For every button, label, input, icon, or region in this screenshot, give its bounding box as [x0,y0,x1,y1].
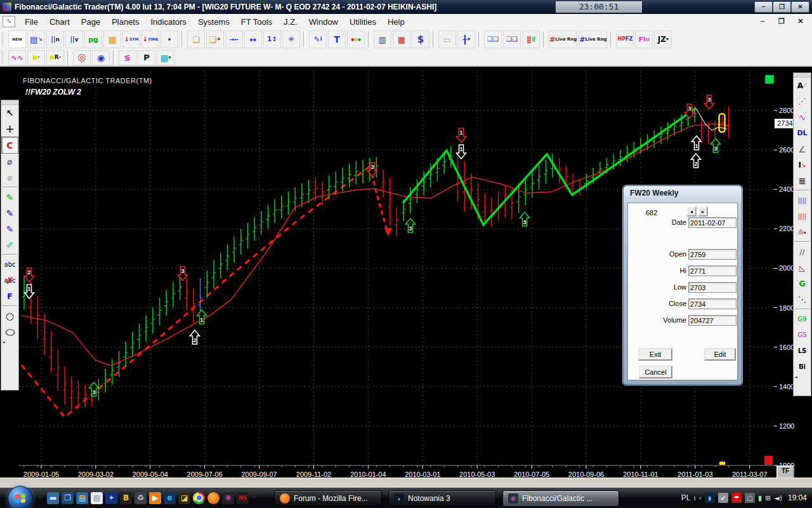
menu-item-help[interactable]: Help [382,16,410,28]
ie-icon[interactable]: e [164,492,176,504]
star-scale-button[interactable]: ✳ [282,30,300,48]
firefox-icon[interactable] [207,492,219,504]
ruler-button[interactable]: ▭ [438,30,456,48]
cancel-button[interactable]: Cancel [639,366,672,378]
chrome-icon[interactable] [193,492,205,504]
zoom-chart-tool[interactable]: ⌀ [2,154,18,170]
network-icon[interactable]: ⊞ [765,494,771,502]
trendline-tool[interactable]: ✎ [2,221,18,237]
menu-item-planets[interactable]: Planets [106,16,145,28]
tray-display-icon[interactable]: ▢ [745,493,755,503]
hlines-tool[interactable]: ≣ [794,173,810,189]
bars-mark-tool[interactable]: ılı▪ [794,224,810,240]
minimize-button[interactable]: – [754,1,773,13]
fan-lines-tool[interactable]: ⋰ [794,93,810,109]
palette-handle[interactable] [794,73,811,77]
date-field[interactable] [688,217,737,228]
taskbar-button-firefox[interactable]: Forum - Mozilla Fire... [274,490,382,507]
app-bird-icon[interactable]: ✦ [105,492,117,504]
recycle-icon[interactable]: ♻ [134,492,147,504]
menu-item-systems[interactable]: Systems [192,16,235,28]
app-b-icon[interactable]: B [120,492,132,504]
print-button[interactable]: ▥ [374,30,391,48]
intraday-n-button[interactable]: ||n [46,30,64,48]
intraday-v-button[interactable]: ||v [65,30,83,48]
add-window-button[interactable]: ❏+ [206,30,224,48]
cascade-windows-button[interactable]: ❏ [187,30,205,48]
vlines-blue-tool[interactable]: |||| [794,192,810,208]
menu-item-indicators[interactable]: Indicators [145,16,192,28]
live-range-red-button[interactable]: #Live Rng [549,30,577,48]
show-hidden-icons-chevron[interactable]: ‹ [699,494,702,502]
mdi-restore-button[interactable]: ❐ [774,16,789,27]
magnet-tool[interactable]: C [1,137,18,154]
edit-button[interactable]: Edit [704,348,736,361]
menu-item-page[interactable]: Page [75,16,106,28]
gs-tool[interactable]: GS [794,327,810,343]
text-note-button[interactable]: T [328,30,346,48]
menu-item-file[interactable]: File [19,16,44,28]
menu-item-ft-tools[interactable]: FT Tools [235,16,278,28]
mdi-close-button[interactable]: ✕ [793,16,808,27]
stack-windows-button[interactable]: ❏❏ [503,30,521,48]
palette-handle[interactable] [1,100,18,105]
ls-tool[interactable]: LS [794,343,810,359]
quote-board-button[interactable]: ⣿⣿ [522,30,540,48]
grid-tool-button[interactable]: ▦▾ [157,50,174,65]
open-chart-button[interactable]: ▤↘ [27,30,45,48]
open-field[interactable] [688,249,737,260]
taskbar-button-galactic[interactable]: ❋Fibonacci/Galactic ... [502,490,619,507]
crosshair-tool[interactable]: + [2,121,18,137]
live-range-blue-button[interactable]: #Live Rng [579,30,607,48]
vlines-red-tool[interactable]: |||| [794,208,810,224]
highlighter-tool[interactable]: ✐ [2,237,18,253]
dollar-button[interactable]: $ [412,30,429,48]
symbol-button[interactable]: ↓SYM [122,30,140,48]
tile-windows-button[interactable]: ❏❏ [484,30,502,48]
tray-app-icon[interactable]: ◗ [705,493,715,503]
traffic-light-button[interactable]: ●●● [347,30,365,48]
text-tool[interactable]: abc [2,257,18,272]
hp-fz-button[interactable]: HPFZ [616,30,634,48]
page-button[interactable]: pg [84,30,102,48]
folder-icon[interactable]: ◪ [178,492,190,504]
taskbar-button-notowania[interactable]: ◗Notowania 3 [388,490,496,507]
new-chart-button[interactable]: NEW [8,30,26,48]
g9-tool[interactable]: G9 [794,311,810,327]
hi-field[interactable] [688,265,737,276]
power-icon[interactable]: ▮ [758,494,762,502]
bi-tool[interactable]: Bi [794,359,810,375]
prev-record-button[interactable]: ◂ [686,206,697,217]
explorer-icon[interactable]: ▤ [76,492,88,504]
arc-wave-tool[interactable]: ∿ [794,109,810,125]
target-rings-button[interactable]: ◎ [73,50,91,65]
ellipse-tool[interactable]: ○ [2,324,18,340]
menu-item-j-z-[interactable]: J.Z. [278,16,303,28]
media-player-icon[interactable]: ▶ [149,492,161,504]
angle-tool[interactable]: ∠ [794,141,810,157]
show-desktop-icon[interactable]: ▬ [47,492,59,504]
fibonacci-tool[interactable]: F [2,288,18,304]
dialog-titlebar[interactable]: FW20 Weekly [624,186,742,201]
jz-button[interactable]: JZ▾ [654,30,672,48]
exit-button[interactable]: Exit [638,348,672,361]
color-app-icon[interactable]: ❋ [222,492,234,504]
menu-item-utilities[interactable]: Utilities [344,16,382,28]
compress-scale-button[interactable]: →← [225,30,243,48]
start-button[interactable] [8,486,33,508]
close-button[interactable]: ✕ [791,1,809,13]
restore-button[interactable]: ❐ [773,1,791,13]
triangle-tool[interactable]: ◺ [794,260,810,276]
planet-circle-button[interactable]: ◉ [92,50,110,65]
planet-waves-button[interactable]: ∿∿ [8,50,26,65]
next-record-button[interactable]: ▸ [698,206,708,217]
fhz-button[interactable]: Fhz [635,30,653,48]
scale-one-button[interactable]: 1↕ [263,30,281,48]
annotation-pen-button[interactable]: ✎i [309,30,327,48]
delete-text-tool[interactable]: abc✗ [2,272,18,288]
pointer-tool[interactable]: ↖ [2,105,18,121]
ns-icon[interactable]: NS [237,492,249,504]
avira-icon[interactable]: ☂ [731,493,742,503]
gann-tool[interactable]: G [794,276,810,291]
tray-shield-icon[interactable]: ✔ [718,493,728,503]
